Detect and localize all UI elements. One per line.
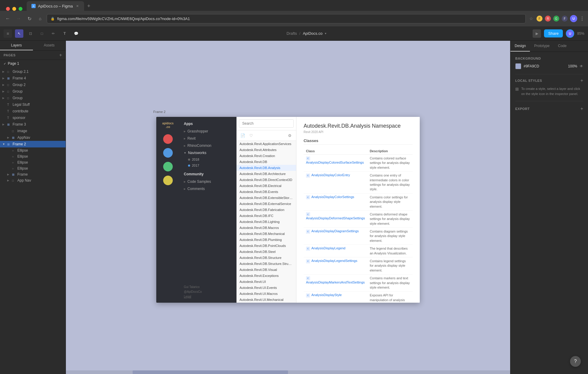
class-name-text[interactable]: AnalysisDisplayLegend <box>311 246 345 250</box>
layer-ellipse-3[interactable]: ○ Ellipse <box>0 159 66 165</box>
traffic-light-red[interactable] <box>6 7 10 11</box>
class-name-text[interactable]: AnalysisDisplayMarkersAndTextSettings <box>306 280 365 284</box>
layer-ellipse-1[interactable]: ○ Ellipse <box>0 147 66 153</box>
traffic-light-yellow[interactable] <box>12 7 16 11</box>
extension-icon-3[interactable]: G <box>553 16 559 22</box>
tab-design[interactable]: Design <box>510 41 530 52</box>
api-item-9[interactable]: Autodesk.Revit.DB.ExtensibleStorage <box>237 195 296 201</box>
layer-frame-main[interactable]: ▶ ⊞ Frame <box>0 171 66 177</box>
nav-year-2017[interactable]: 2017 <box>180 162 236 168</box>
layer-ellipse-2[interactable]: ○ Ellipse <box>0 153 66 159</box>
class-name-text[interactable]: AnalysisDisplayStyle <box>311 293 342 297</box>
layer-group-2[interactable]: ▶ □ Group 2 <box>0 82 66 88</box>
layer-image[interactable]: □ image <box>0 128 66 134</box>
move-tool[interactable]: ↖ <box>15 29 23 38</box>
api-item-26[interactable]: Autodesk.Revit.UI.Mechanical <box>237 297 296 303</box>
layer-frame-4[interactable]: ▶ ⊞ Frame 4 <box>0 75 66 82</box>
nav-navisworks[interactable]: ▼ Navisworks <box>180 149 236 156</box>
bookmark-icon[interactable]: ☆ <box>528 16 534 22</box>
extension-icon-2[interactable]: R <box>545 16 551 22</box>
sidebar-dot-green[interactable] <box>163 162 173 171</box>
api-item-11[interactable]: Autodesk.Revit.DB.Fabrication <box>237 207 296 213</box>
add-style-button[interactable]: + <box>581 78 583 83</box>
url-bar[interactable]: 🔒 figma.com/file/mv59Wg9cCVZHLmCNWE6Qoq/… <box>47 14 526 23</box>
class-name-cell[interactable]: CAnalysisDisplayDiagramSettings <box>304 228 367 245</box>
search-input[interactable] <box>239 119 294 128</box>
extension-icon-4[interactable]: F <box>562 16 568 22</box>
gear-icon-button[interactable]: ⚙ <box>287 132 293 139</box>
sidebar-dot-red[interactable] <box>163 134 173 144</box>
frame-tool[interactable]: ⊡ <box>26 29 35 38</box>
api-item-24[interactable]: Autodesk.Revit.UI.Events <box>237 285 296 291</box>
layer-frame-3[interactable]: ▶ ⊞ Frame 3 <box>0 121 66 128</box>
api-item-20[interactable]: Autodesk.Revit.DB.Structure.StructuralSe… <box>237 261 296 267</box>
figma-menu-button[interactable]: ≡ <box>4 29 12 38</box>
zoom-level[interactable]: 85% <box>577 31 584 36</box>
back-button[interactable]: ← <box>4 14 12 23</box>
nav-grasshopper[interactable]: ▶ Grasshopper <box>180 128 236 135</box>
class-name-cell[interactable]: CAnalysisDisplayMarkersAndTextSettings <box>304 275 367 292</box>
layer-ellipse-4[interactable]: ○ Ellipse <box>0 165 66 171</box>
class-name-text[interactable]: AnalysisDisplayColorSettings <box>311 195 354 199</box>
api-item-25[interactable]: Autodesk.Revit.UI.Macros <box>237 291 296 297</box>
shape-tool[interactable]: □ <box>38 29 46 38</box>
layer-group-a[interactable]: ▶ □ Group <box>0 88 66 95</box>
bg-color-swatch[interactable] <box>515 63 521 69</box>
api-item-18[interactable]: Autodesk.Revit.DB.Steel <box>237 249 296 255</box>
layer-group-b[interactable]: ▶ □ Group <box>0 95 66 101</box>
api-item-6[interactable]: Autodesk.Revit.DB.DirectContext3D <box>237 177 296 183</box>
api-item-10[interactable]: Autodesk.Revit.DB.ExternalService <box>237 201 296 207</box>
layer-frame-2[interactable]: ▼ ⊞ Frame 2 <box>0 141 66 147</box>
class-name-cell[interactable]: CAnalysisDisplayStyle <box>304 292 367 303</box>
nav-code-samples[interactable]: ▶ Code Samples <box>180 178 236 185</box>
class-name-cell[interactable]: CAnalysisDisplayColorSettings <box>304 193 367 210</box>
api-item-17[interactable]: Autodesk.Revit.DB.PointClouds <box>237 243 296 249</box>
layer-sponsor[interactable]: T sponsor <box>0 114 66 121</box>
page-1-item[interactable]: ✓ Page 1 <box>0 60 66 67</box>
help-button[interactable]: ? <box>570 356 581 367</box>
api-item-1[interactable]: Autodesk.Revit.Attributes <box>237 147 296 153</box>
api-item-14[interactable]: Autodesk.Revit.DB.Macros <box>237 225 296 231</box>
sidebar-dot-blue[interactable] <box>163 148 173 158</box>
api-item-0[interactable]: Autodesk.Revit.ApplicationServices <box>237 141 296 147</box>
class-name-cell[interactable]: CAnalysisDisplayColoredSurfaceSettings <box>304 155 367 172</box>
tab-close[interactable]: ✕ <box>75 4 79 8</box>
eye-icon[interactable]: 👁 <box>580 64 583 68</box>
class-name-text[interactable]: AnalysisDisplayLegendSettings <box>311 259 357 263</box>
api-item-7[interactable]: Autodesk.Revit.DB.Electrical <box>237 183 296 189</box>
more-menu-button[interactable]: ⋮ <box>580 16 584 22</box>
home-button[interactable]: ⌂ <box>36 14 44 23</box>
footer-legal[interactable]: Legal <box>184 294 232 299</box>
refresh-button[interactable]: ↻ <box>25 14 34 23</box>
text-tool[interactable]: T <box>60 29 69 38</box>
new-tab-button[interactable]: + <box>85 1 93 11</box>
nav-comments[interactable]: ▶ Comments <box>180 185 236 192</box>
bg-opacity[interactable]: 100% <box>568 64 577 68</box>
user-avatar[interactable]: U <box>566 29 574 38</box>
class-name-text[interactable]: AnalysisDisplayDiagramSettings <box>311 229 359 233</box>
api-item-22[interactable]: Autodesk.Revit.Exceptions <box>237 273 296 279</box>
class-name-text[interactable]: AnalysisDisplayColorEntry <box>311 173 350 177</box>
file-dropdown-icon[interactable]: ▾ <box>325 32 326 35</box>
comment-tool[interactable]: 💬 <box>72 29 80 38</box>
class-name-cell[interactable]: CAnalysisDisplayDeformedShapeSettings <box>304 210 367 227</box>
add-page-button[interactable]: + <box>59 52 62 58</box>
api-item-4[interactable]: Autodesk.Revit.DB.Analysis <box>237 165 296 171</box>
api-item-15[interactable]: Autodesk.Revit.DB.Mechanical <box>237 231 296 237</box>
class-name-text[interactable]: AnalysisDisplayDeformedShapeSettings <box>306 216 365 220</box>
layer-group-2-1[interactable]: ▶ □ Group 2.1 <box>0 68 66 75</box>
layer-contribute[interactable]: T contribute <box>0 108 66 114</box>
api-item-3[interactable]: Autodesk.Revit.DB <box>237 159 296 165</box>
api-item-12[interactable]: Autodesk.Revit.DB.IFC <box>237 213 296 219</box>
layer-appnav[interactable]: ▶ ⊞ AppNav <box>0 134 66 141</box>
api-item-23[interactable]: Autodesk.Revit.UI <box>237 279 296 285</box>
bg-color-hex[interactable]: #9FA9CD <box>524 64 566 68</box>
tab-layers[interactable]: Layers <box>0 41 33 50</box>
file-title[interactable]: ApiDocs.co <box>303 31 322 36</box>
pen-tool[interactable]: ✏ <box>49 29 57 38</box>
class-name-cell[interactable]: CAnalysisDisplayLegendSettings <box>304 257 367 275</box>
api-item-19[interactable]: Autodesk.Revit.DB.Structure <box>237 255 296 261</box>
canvas-scrollbar[interactable] <box>66 370 510 374</box>
sidebar-dot-yellow[interactable] <box>163 176 173 185</box>
extension-icon-1[interactable]: F <box>537 16 542 22</box>
